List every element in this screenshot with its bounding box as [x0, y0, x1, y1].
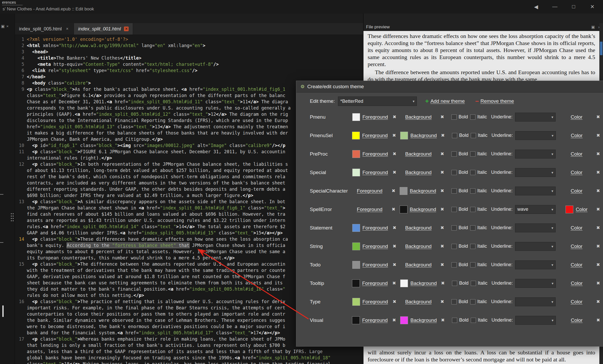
italic-checkbox[interactable]: Italic: [470, 299, 488, 304]
bold-checkbox[interactable]: Bold: [452, 317, 469, 323]
italic-checkbox[interactable]: Italic: [470, 262, 488, 267]
undock-panel-icon[interactable]: ▣: [1, 24, 5, 29]
clear-foreground-icon[interactable]: ✖: [390, 188, 397, 194]
bold-checkbox[interactable]: Bold: [451, 299, 468, 304]
clear-background-icon[interactable]: ✖: [438, 114, 446, 120]
scrollbar-thumb[interactable]: [600, 42, 602, 55]
background-button[interactable]: Background: [400, 149, 437, 159]
add-new-theme-button[interactable]: + Add new theme: [424, 97, 466, 105]
foreground-button[interactable]: Foreground: [351, 167, 390, 178]
clear-foreground-icon[interactable]: ✖: [391, 244, 398, 249]
background-button[interactable]: Background: [400, 297, 437, 307]
clear-foreground-icon[interactable]: ✖: [391, 299, 398, 304]
italic-checkbox[interactable]: Italic: [470, 114, 488, 120]
foreground-button[interactable]: Foreground: [350, 130, 389, 141]
background-button[interactable]: Background: [400, 112, 437, 122]
background-button[interactable]: Background: [400, 223, 437, 233]
underline-style-select[interactable]: ▾: [515, 297, 556, 306]
italic-checkbox[interactable]: Italic: [470, 188, 488, 194]
clear-background-icon[interactable]: ✖: [438, 299, 446, 304]
theme-select[interactable]: *BetterRed ▾: [338, 97, 417, 106]
tab-index-split-001[interactable]: index_split_001.html ×: [74, 23, 133, 35]
underline-style-select[interactable]: ▾: [515, 168, 556, 177]
dialog-title-bar[interactable]: ⚙ Create/edit custom theme: [296, 81, 603, 93]
underline-style-select[interactable]: ▾: [515, 150, 556, 158]
tab-index-split-005[interactable]: index_split_005.html ×: [15, 23, 74, 35]
clear-underline-color-icon[interactable]: ✖: [594, 262, 602, 267]
clear-underline-color-icon[interactable]: ✖: [594, 244, 602, 249]
italic-checkbox[interactable]: Italic: [470, 207, 488, 212]
bold-checkbox[interactable]: Bold: [452, 133, 469, 138]
italic-checkbox[interactable]: Italic: [470, 225, 488, 231]
clear-foreground-icon[interactable]: ✖: [390, 207, 397, 212]
bold-checkbox[interactable]: Bold: [451, 207, 468, 212]
foreground-button[interactable]: Foreground: [351, 204, 388, 215]
clear-underline-color-icon[interactable]: ✖: [594, 114, 602, 120]
clear-background-icon[interactable]: ✖: [438, 207, 446, 212]
underline-style-select[interactable]: ▾: [515, 242, 556, 251]
foreground-button[interactable]: Foreground: [351, 112, 390, 122]
underline-color-button[interactable]: Color: [561, 149, 592, 159]
underline-style-select[interactable]: ▾: [515, 113, 556, 122]
underline-style-select[interactable]: ▾: [515, 187, 556, 195]
underline-color-button[interactable]: Color: [561, 315, 592, 325]
underline-style-select[interactable]: ▾: [515, 260, 556, 269]
foreground-button[interactable]: Foreground: [351, 241, 390, 252]
clear-foreground-icon[interactable]: ✖: [391, 262, 398, 267]
underline-style-select[interactable]: ▾: [515, 316, 556, 325]
bold-checkbox[interactable]: Bold: [451, 244, 468, 249]
clear-background-icon[interactable]: ✖: [438, 225, 446, 231]
clear-background-icon[interactable]: ✖: [439, 133, 447, 138]
foreground-button[interactable]: Foreground: [351, 149, 390, 159]
clear-underline-color-icon[interactable]: ✖: [594, 299, 602, 304]
bold-checkbox[interactable]: Bold: [451, 225, 468, 231]
underline-style-select[interactable]: wave ▾: [515, 205, 556, 214]
undock-preview-icon[interactable]: ▣: [591, 25, 595, 29]
italic-checkbox[interactable]: Italic: [470, 170, 488, 175]
clear-background-icon[interactable]: ✖: [438, 170, 446, 175]
italic-checkbox[interactable]: Italic: [470, 244, 488, 249]
background-button[interactable]: Background: [399, 315, 438, 325]
maximize-icon[interactable]: □: [570, 4, 577, 10]
foreground-button[interactable]: Foreground: [351, 260, 390, 270]
background-button[interactable]: Background: [400, 241, 437, 252]
underline-color-button[interactable]: Color: [561, 297, 592, 307]
background-button[interactable]: Background: [400, 167, 437, 178]
underline-color-button[interactable]: Color: [561, 223, 592, 233]
bold-checkbox[interactable]: Bold: [451, 188, 468, 194]
clear-foreground-icon[interactable]: ✖: [391, 151, 398, 157]
underline-color-button[interactable]: Color: [561, 112, 592, 122]
bold-checkbox[interactable]: Bold: [451, 114, 468, 120]
close-panel-icon[interactable]: ×: [6, 24, 9, 29]
bold-checkbox[interactable]: Bold: [451, 262, 468, 267]
bold-checkbox[interactable]: Bold: [451, 151, 468, 157]
clear-underline-color-icon[interactable]: ✖: [594, 133, 602, 138]
back-arrow-icon[interactable]: ◀: [533, 4, 539, 10]
bold-checkbox[interactable]: Bold: [452, 280, 469, 286]
splitter-drag-handle[interactable]: [10, 213, 14, 222]
underline-color-button[interactable]: Color: [561, 167, 592, 178]
background-button[interactable]: Background: [400, 260, 437, 270]
clear-underline-color-icon[interactable]: ✖: [594, 207, 602, 212]
underline-color-button[interactable]: Color: [561, 186, 592, 196]
clear-background-icon[interactable]: ✖: [438, 188, 446, 194]
clear-underline-color-icon[interactable]: ✖: [594, 280, 602, 286]
close-tab-icon[interactable]: ×: [65, 27, 70, 31]
clear-background-icon[interactable]: ✖: [438, 262, 446, 267]
underline-color-button[interactable]: Color: [561, 130, 592, 141]
underline-style-select[interactable]: ▾: [515, 279, 556, 288]
background-button[interactable]: Background: [399, 204, 437, 215]
clear-underline-color-icon[interactable]: ✖: [594, 188, 602, 194]
italic-checkbox[interactable]: Italic: [470, 151, 488, 157]
clear-underline-color-icon[interactable]: ✖: [594, 317, 602, 323]
clear-underline-color-icon[interactable]: ✖: [594, 225, 602, 231]
italic-checkbox[interactable]: Italic: [471, 317, 488, 323]
background-button[interactable]: Background: [399, 186, 437, 196]
background-button[interactable]: Background: [399, 278, 438, 289]
foreground-button[interactable]: Foreground: [351, 186, 388, 196]
underline-color-button[interactable]: Color: [561, 278, 592, 289]
underline-color-button[interactable]: Color: [561, 241, 592, 252]
close-window-icon[interactable]: ×: [589, 3, 596, 11]
foreground-button[interactable]: Foreground: [351, 297, 390, 307]
clear-underline-color-icon[interactable]: ✖: [594, 151, 602, 157]
